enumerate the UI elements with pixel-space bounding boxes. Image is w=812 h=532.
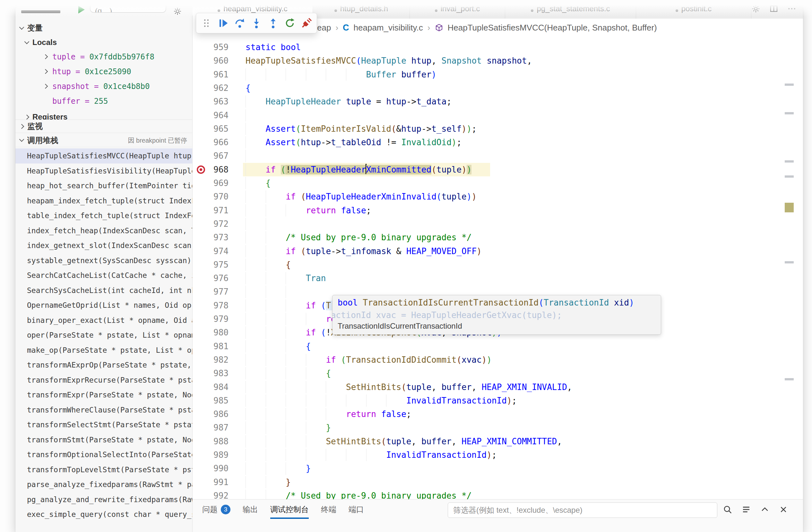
panel-tab[interactable]: 调试控制台 (270, 500, 309, 519)
stack-frame[interactable]: transformStmt(ParseState * pstate, Node … (15, 432, 192, 448)
code-line-959[interactable]: 959static bool (192, 41, 803, 54)
code-line-986[interactable]: 986return false; (192, 407, 803, 421)
gear-icon[interactable] (173, 7, 182, 15)
stack-frame[interactable]: transformOptionalSelectInto(ParseState *… (15, 447, 192, 462)
line-number[interactable]: 977 (205, 285, 229, 298)
breakpoint-icon[interactable] (196, 165, 206, 175)
chevron-up-icon[interactable] (759, 504, 770, 515)
step-out-button[interactable] (266, 16, 280, 30)
breadcrumb-folder[interactable]: eap (317, 23, 331, 33)
line-number[interactable]: 960 (205, 54, 229, 68)
line-number[interactable]: 980 (205, 326, 229, 339)
gear-icon[interactable] (751, 4, 760, 14)
step-into-button[interactable] (249, 16, 263, 30)
line-number[interactable]: 974 (205, 244, 229, 258)
line-number[interactable]: 987 (205, 421, 229, 434)
line-number[interactable]: 966 (205, 136, 229, 149)
stack-frame[interactable]: transformTopLevelStmt(ParseState * pstat… (15, 462, 192, 477)
stack-frame[interactable]: transformExprRecurse(ParseState * pstate… (15, 373, 192, 388)
stack-frame[interactable]: transformExpr(ParseState * pstate, Node … (15, 388, 192, 403)
close-icon[interactable] (778, 504, 789, 515)
line-number[interactable]: 971 (205, 204, 229, 217)
code-line-970[interactable]: 970if (HeapTupleHeaderXminInvalid(tuple)… (192, 190, 803, 204)
code-line-990[interactable]: 990} (192, 462, 803, 475)
stack-frame[interactable]: transformAExprOp(ParseState * pstate, A_… (15, 358, 192, 373)
line-number[interactable]: 973 (205, 231, 229, 244)
breadcrumb-file[interactable]: heapam_visibility.c (354, 23, 423, 33)
stack-frame[interactable]: index_getnext_slot(IndexScanDesc scan, S… (15, 238, 192, 253)
line-number[interactable]: 991 (205, 475, 229, 489)
stack-frame[interactable]: transformWhereClause(ParseState * pstate… (15, 403, 192, 418)
code-line-974[interactable]: 974if (tuple->t_infomask & HEAP_MOVED_OF… (192, 244, 803, 258)
stack-frame[interactable]: HeapTupleSatisfiesVisibility(HeapTuple t… (15, 164, 192, 179)
disconnect-button[interactable] (300, 16, 314, 30)
line-number[interactable]: 986 (205, 407, 229, 421)
line-number[interactable]: 972 (205, 217, 229, 231)
line-number[interactable]: 964 (205, 109, 229, 122)
code-line-985[interactable]: 985InvalidTransactionId); (192, 394, 803, 407)
line-number[interactable]: 982 (205, 353, 229, 366)
variable-row[interactable]: htup = 0x1ce25090 (15, 64, 192, 79)
line-number[interactable]: 970 (205, 190, 229, 204)
code-line-987[interactable]: 987} (192, 421, 803, 434)
continue-button[interactable] (216, 16, 230, 30)
editor-tab[interactable]: pg_stat_statements.c (505, 3, 636, 19)
editor-tab[interactable]: postinit.c (636, 3, 751, 19)
line-number[interactable]: 959 (205, 41, 229, 54)
stack-frame[interactable]: transformSelectStmt(ParseState * pstate,… (15, 417, 192, 432)
stack-frame[interactable]: systable_getnext(SysScanDesc sysscan) (15, 253, 192, 268)
variable-row[interactable]: snapshot = 0x1ce4b8b0 (15, 79, 192, 94)
restart-button[interactable] (283, 16, 297, 30)
line-number[interactable]: 988 (205, 435, 229, 448)
code-line-984[interactable]: 984SetHintBits(tuple, buffer, HEAP_XMIN_… (192, 380, 803, 394)
editor-tab[interactable]: htup_details.h (313, 3, 410, 19)
more-icon[interactable] (787, 4, 797, 14)
code-line-964[interactable]: 964 (192, 109, 803, 122)
code-line-982[interactable]: 982if (TransactionIdDidCommit(xvac)) (192, 353, 803, 366)
variable-row[interactable]: buffer = 255 (15, 94, 192, 109)
code-line-988[interactable]: 988SetHintBits(tuple, buffer, HEAP_XMIN_… (192, 435, 803, 448)
split-editor-icon[interactable] (769, 4, 779, 14)
line-number[interactable]: 985 (205, 394, 229, 407)
callstack-section-header[interactable]: 调用堆栈 因 breakpoint 已暂停 (15, 134, 192, 147)
code-line-965[interactable]: 965Assert(ItemPointerIsValid(&htup->t_se… (192, 122, 803, 136)
code-line-962[interactable]: 962{ (192, 81, 803, 95)
stack-frame[interactable]: table_index_fetch_tuple(struct IndexFetc… (15, 208, 192, 223)
line-number[interactable]: 989 (205, 448, 229, 462)
code-line-989[interactable]: 989InvalidTransactionId); (192, 448, 803, 462)
stack-frame[interactable]: make_op(ParseState * pstate, List * opna… (15, 343, 192, 358)
line-number[interactable]: 983 (205, 366, 229, 380)
panel-tab[interactable]: 问题3 (202, 500, 230, 519)
code-line-975[interactable]: 975{ (192, 258, 803, 271)
stack-frame[interactable]: pg_analyze_and_rewrite_fixedparams(RawSt… (15, 492, 192, 507)
step-over-button[interactable] (233, 16, 247, 30)
line-number[interactable]: 963 (205, 95, 229, 108)
stack-frame[interactable]: exec_simple_query(const char * query_str… (15, 507, 192, 522)
breadcrumb-symbol[interactable]: HeapTupleSatisfiesMVCC(HeapTuple, Snapsh… (448, 23, 657, 33)
watch-section-header[interactable]: 监视 (15, 120, 192, 133)
code-line-966[interactable]: 966Assert(htup->t_tableOid != InvalidOid… (192, 136, 803, 149)
filter-lines-icon[interactable] (741, 504, 752, 515)
stack-frame[interactable]: parse_analyze_fixedparams(RawStmt * pars… (15, 477, 192, 492)
stack-frame[interactable]: HeapTupleSatisfiesMVCC(HeapTuple htup, S… (15, 149, 192, 164)
code-line-968[interactable]: 968if (!HeapTupleHeaderXminCommitted(tup… (192, 163, 803, 177)
code-editor[interactable]: 959static bool960HeapTupleSatisfiesMVCC(… (192, 37, 803, 502)
line-number[interactable]: 962 (205, 81, 229, 95)
code-line-976[interactable]: 976Tran (192, 271, 803, 285)
stack-frame[interactable]: oper(ParseState * pstate, List * opname,… (15, 328, 192, 343)
line-number[interactable]: 976 (205, 271, 229, 285)
line-number[interactable]: 975 (205, 258, 229, 271)
stack-frame[interactable]: heapam_index_fetch_tuple(struct IndexFet… (15, 193, 192, 209)
search-icon[interactable] (722, 504, 733, 515)
stack-frame[interactable]: index_fetch_heap(IndexScanDesc scan, Tup… (15, 223, 192, 238)
editor-tab[interactable]: inval_port.c (410, 3, 505, 19)
stack-frame[interactable]: OpernameGetOprid(List * names, Oid oprle… (15, 298, 192, 313)
variable-row[interactable]: tuple = 0x7fddb5b976f8 (15, 50, 192, 64)
panel-tab[interactable]: 输出 (243, 500, 258, 519)
code-line-973[interactable]: 973/* Used by pre-9.0 binary upgrades */ (192, 231, 803, 244)
line-number[interactable]: 990 (205, 462, 229, 475)
line-number[interactable]: 961 (205, 68, 229, 81)
line-number[interactable]: 981 (205, 339, 229, 353)
code-line-981[interactable]: 981{ (192, 339, 803, 353)
locals-group[interactable]: Locals (25, 36, 57, 49)
